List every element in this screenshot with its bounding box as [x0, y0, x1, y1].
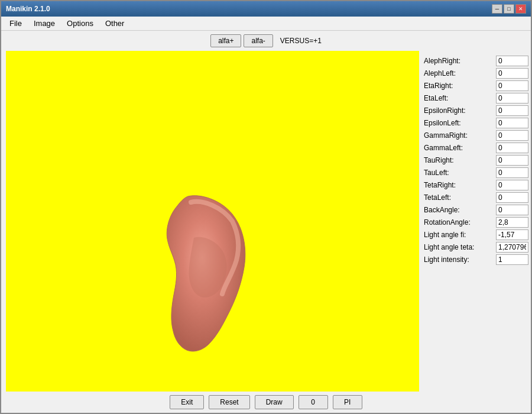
param-label: Light angle fi:: [424, 231, 496, 239]
param-row: Light angle fi:: [424, 229, 528, 240]
param-label: TauLeft:: [424, 169, 496, 177]
param-input[interactable]: [496, 105, 528, 116]
param-input[interactable]: [496, 242, 528, 253]
param-label: GammaLeft:: [424, 144, 496, 152]
param-row: RotationAngle:: [424, 217, 528, 228]
canvas-area[interactable]: [6, 51, 419, 392]
menu-other[interactable]: Other: [99, 17, 131, 30]
reset-button[interactable]: Reset: [209, 395, 249, 409]
alfa-minus-button[interactable]: alfa-: [244, 34, 273, 47]
menu-file[interactable]: File: [4, 17, 28, 30]
param-input[interactable]: [496, 217, 528, 228]
param-row: TetaLeft:: [424, 192, 528, 203]
right-panel: AlephRight:AlephLeft:EtaRight:EtaLeft:Ep…: [421, 51, 531, 392]
param-input[interactable]: [496, 167, 528, 178]
param-label: Light angle teta:: [424, 243, 496, 251]
param-input[interactable]: [496, 93, 528, 104]
minimize-button[interactable]: ─: [492, 4, 502, 14]
top-toolbar: alfa+ alfa- VERSUS=+1: [1, 31, 531, 51]
param-row: EpsilonLeft:: [424, 118, 528, 128]
window-controls: ─ □ ✕: [492, 4, 526, 14]
param-label: TetaRight:: [424, 181, 496, 189]
main-window: Manikin 2.1.0 ─ □ ✕ File Image Options O…: [0, 0, 532, 414]
param-input[interactable]: [496, 118, 528, 128]
param-input[interactable]: [496, 130, 528, 141]
param-row: BackAngle:: [424, 205, 528, 215]
param-label: EtaRight:: [424, 82, 496, 90]
menu-image[interactable]: Image: [28, 17, 61, 30]
param-row: AlephRight:: [424, 56, 528, 66]
param-row: TauRight:: [424, 155, 528, 166]
main-content: AlephRight:AlephLeft:EtaRight:EtaLeft:Ep…: [1, 51, 531, 392]
alfa-plus-button[interactable]: alfa+: [210, 34, 241, 47]
versus-label: VERSUS=+1: [280, 37, 322, 45]
param-input[interactable]: [496, 155, 528, 166]
close-button[interactable]: ✕: [515, 4, 526, 14]
param-label: EtaLeft:: [424, 94, 496, 102]
param-input[interactable]: [496, 80, 528, 91]
param-row: Light intensity:: [424, 254, 528, 265]
param-input[interactable]: [496, 205, 528, 215]
param-input[interactable]: [496, 180, 528, 190]
param-row: EpsilonRight:: [424, 105, 528, 116]
param-row: TetaRight:: [424, 180, 528, 190]
ear-model: [135, 190, 265, 356]
param-row: AlephLeft:: [424, 68, 528, 79]
param-row: GammaRight:: [424, 130, 528, 141]
param-label: TetaLeft:: [424, 193, 496, 202]
param-row: EtaRight:: [424, 80, 528, 91]
param-label: AlephRight:: [424, 57, 496, 65]
param-row: GammaLeft:: [424, 143, 528, 153]
param-label: EpsilonLeft:: [424, 119, 496, 127]
param-row: EtaLeft:: [424, 93, 528, 104]
exit-button[interactable]: Exit: [170, 395, 204, 409]
param-label: AlephLeft:: [424, 69, 496, 77]
window-title: Manikin 2.1.0: [6, 5, 50, 13]
param-input[interactable]: [496, 254, 528, 265]
param-label: TauRight:: [424, 156, 496, 164]
param-input[interactable]: [496, 229, 528, 240]
param-input[interactable]: [496, 68, 528, 79]
title-bar: Manikin 2.1.0 ─ □ ✕: [1, 1, 531, 17]
param-label: EpsilonRight:: [424, 106, 496, 115]
menu-bar: File Image Options Other: [1, 17, 531, 31]
param-label: BackAngle:: [424, 206, 496, 214]
menu-options[interactable]: Options: [61, 17, 99, 30]
param-row: TauLeft:: [424, 167, 528, 178]
maximize-button[interactable]: □: [504, 4, 514, 14]
zero-button[interactable]: 0: [299, 395, 328, 409]
param-input[interactable]: [496, 192, 528, 203]
param-label: GammaRight:: [424, 131, 496, 140]
param-row: Light angle teta:: [424, 242, 528, 253]
param-input[interactable]: [496, 143, 528, 153]
param-label: RotationAngle:: [424, 218, 496, 227]
pi-button[interactable]: PI: [333, 395, 362, 409]
param-label: Light intensity:: [424, 255, 496, 264]
draw-button[interactable]: Draw: [255, 395, 294, 409]
param-input[interactable]: [496, 56, 528, 66]
bottom-toolbar: Exit Reset Draw 0 PI: [1, 392, 531, 413]
